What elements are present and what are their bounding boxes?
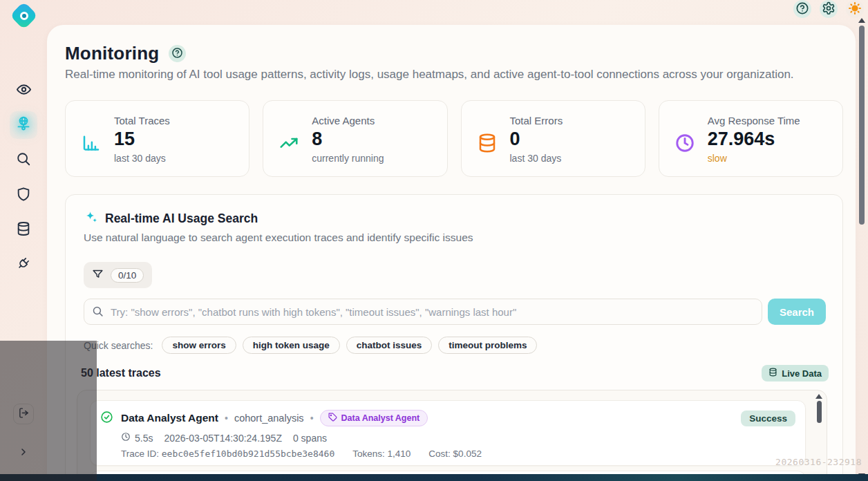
stat-card-active-agents: Active Agents 8 currently running	[263, 100, 447, 177]
trace-tag-label: Data Analyst Agent	[341, 413, 420, 423]
search-icon	[92, 305, 104, 320]
sidebar-item-data[interactable]	[10, 216, 37, 244]
page-subtitle: Real-time monitoring of AI tool usage pa…	[65, 68, 794, 82]
stat-card-total-traces: Total Traces 15 last 30 days	[65, 100, 249, 177]
sidebar-item-connections[interactable]	[10, 251, 37, 279]
stat-value: 8	[312, 129, 384, 150]
stat-card-total-errors: Total Errors 0 last 30 days	[461, 100, 645, 177]
stat-label: Total Errors	[510, 115, 563, 126]
gear-icon	[822, 1, 836, 17]
trace-tokens-value: 1,410	[388, 449, 411, 459]
watermark-timestamp: 20260316-232918	[775, 457, 862, 467]
search-icon	[16, 151, 31, 169]
stat-card-avg-response-time: Avg Response Time 27.964s slow	[659, 100, 843, 177]
filter-button[interactable]: 0/10	[84, 262, 152, 288]
trace-agent-tag[interactable]: Data Analyst Agent	[320, 410, 428, 426]
trace-tokens-label: Tokens:	[352, 449, 385, 459]
search-section-title: Real-time AI Usage Search	[105, 211, 258, 226]
clock-icon	[121, 432, 131, 444]
traces-list: Data Analyst Agent • cohort_analysis • D…	[77, 390, 827, 481]
tag-icon	[328, 413, 337, 424]
quick-searches-label: Quick searches:	[84, 340, 153, 351]
sidebar-item-search[interactable]	[10, 147, 37, 174]
trace-agent-name: Data Analyst Agent	[121, 412, 218, 424]
status-badge: Success	[741, 411, 795, 426]
scroll-up-arrow-icon[interactable]	[858, 18, 865, 23]
stat-value: 15	[114, 129, 170, 150]
separator-dot: •	[310, 413, 314, 424]
help-button[interactable]	[793, 0, 811, 18]
quick-search-high-token-usage[interactable]: high token usage	[243, 337, 340, 354]
stat-label: Active Agents	[312, 115, 384, 126]
bottom-taskbar-strip	[0, 474, 868, 481]
stats-row: Total Traces 15 last 30 days Active Agen…	[65, 100, 843, 177]
trace-id-label: Trace ID:	[121, 449, 159, 459]
funnel-icon	[92, 268, 104, 282]
database-icon	[768, 368, 777, 379]
main-panel: Monitoring Real-time monitoring of AI to…	[47, 25, 856, 481]
trending-up-icon	[279, 133, 299, 176]
topbar-actions	[793, 0, 864, 18]
trace-row[interactable]: Data Analyst Agent • cohort_analysis • D…	[90, 400, 806, 466]
live-data-badge[interactable]: Live Data	[762, 365, 829, 381]
shield-icon	[16, 187, 31, 205]
page-title: Monitoring	[65, 43, 159, 64]
quick-search-show-errors[interactable]: show errors	[162, 337, 236, 354]
scroll-up-arrow-icon[interactable]	[815, 394, 822, 399]
realtime-search-section: Real-time AI Usage Search Use natural la…	[65, 194, 843, 481]
plug-icon	[16, 256, 31, 274]
live-data-label: Live Data	[782, 368, 822, 379]
stat-sub: last 30 days	[114, 153, 170, 164]
clock-icon	[674, 133, 695, 176]
database-icon	[477, 133, 498, 176]
traces-heading: 50 latest traces	[81, 367, 161, 379]
sidebar-item-security[interactable]	[10, 182, 37, 209]
traces-scrollbar[interactable]	[815, 393, 822, 481]
stat-label: Total Traces	[114, 115, 170, 126]
theme-toggle-button[interactable]	[846, 0, 864, 18]
stat-label: Avg Response Time	[708, 115, 800, 126]
trace-timestamp: 2026-03-05T14:30:24.195Z	[164, 433, 281, 444]
database-icon	[16, 221, 31, 239]
bar-chart-icon	[81, 133, 102, 176]
eye-icon	[16, 82, 32, 100]
page-scrollbar[interactable]	[858, 18, 866, 480]
help-circle-icon	[171, 47, 183, 61]
search-input[interactable]	[84, 299, 762, 325]
sparkles-icon	[84, 210, 98, 227]
separator-dot: •	[225, 413, 228, 424]
trace-task-name: cohort_analysis	[234, 413, 304, 424]
page-help-button[interactable]	[169, 45, 186, 62]
stat-value: 27.964s	[708, 129, 800, 150]
check-circle-icon	[100, 411, 113, 426]
chevron-right-icon	[18, 446, 29, 460]
search-section-subtitle: Use natural language to search agent exe…	[84, 232, 473, 244]
trace-id-value: eebc0e5fef10bd0b921d55bcbe3e8460	[162, 449, 334, 459]
sidebar	[0, 0, 47, 481]
stat-sub: slow	[708, 153, 800, 164]
trace-cost-value: $0.052	[453, 449, 482, 459]
stat-sub: currently running	[312, 153, 384, 164]
trace-cost-label: Cost:	[428, 449, 451, 459]
stat-value: 0	[510, 129, 563, 150]
trace-spans: 0 spans	[293, 433, 327, 444]
sun-icon	[848, 1, 862, 17]
sidebar-item-observe[interactable]	[10, 77, 37, 104]
scrollbar-thumb[interactable]	[817, 401, 822, 423]
settings-button[interactable]	[820, 0, 838, 18]
globe-network-icon	[15, 115, 32, 135]
search-button[interactable]: Search	[768, 299, 826, 325]
quick-search-timeout-problems[interactable]: timeout problems	[438, 337, 537, 354]
quick-search-chatbot-issues[interactable]: chatbot issues	[346, 337, 433, 354]
filter-count-badge: 0/10	[111, 268, 144, 283]
stat-sub: last 30 days	[510, 153, 563, 164]
help-circle-icon	[795, 1, 809, 17]
sidebar-expand-button[interactable]	[17, 446, 30, 460]
logout-icon	[18, 407, 30, 421]
scrollbar-thumb[interactable]	[859, 26, 865, 225]
logout-button[interactable]	[13, 404, 34, 424]
trace-duration: 5.5s	[135, 433, 153, 444]
sidebar-item-monitoring[interactable]	[10, 111, 37, 139]
